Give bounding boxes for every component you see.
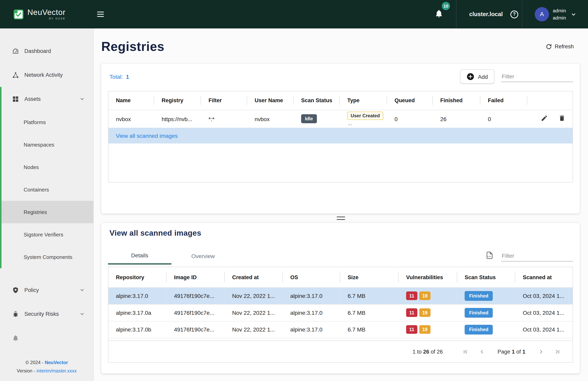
- cell-size: 6.7 MB: [340, 304, 399, 321]
- high-vulns-badge: 11: [406, 325, 418, 334]
- export-csv-button[interactable]: CSV: [485, 250, 494, 261]
- table-scroll-sliver: [108, 338, 572, 341]
- column-header-scanned-at[interactable]: Scanned at: [515, 267, 573, 287]
- sidebar-item-nodes[interactable]: Nodes: [0, 156, 93, 178]
- cell-failed: 0: [480, 110, 527, 128]
- sidebar-item-network-activity[interactable]: Network Activity: [0, 63, 93, 87]
- column-header-registry[interactable]: Registry: [154, 92, 201, 110]
- sidebar-item-namespaces[interactable]: Namespaces: [0, 133, 93, 156]
- registries-filter-input[interactable]: [501, 71, 573, 82]
- sidebar-item-platforms[interactable]: Platforms: [0, 111, 93, 133]
- first-page-button[interactable]: [462, 348, 469, 355]
- sidebar-item-partial[interactable]: [0, 326, 93, 350]
- neuvector-app: NeuVector BY SUSE 10 cluster.local ? A a…: [0, 0, 588, 381]
- cell-scan-status: Finished: [457, 287, 515, 304]
- page-total: 1: [522, 349, 525, 355]
- chevron-down-icon: [80, 97, 84, 101]
- neuvector-link[interactable]: NeuVector: [45, 360, 68, 365]
- sidebar-item-label: Policy: [24, 287, 39, 293]
- sidebar-item-label: Nodes: [24, 164, 39, 170]
- column-header-created-at[interactable]: Created at: [225, 267, 283, 287]
- tab-label: Overview: [191, 253, 215, 259]
- column-header-scan-status[interactable]: Scan Status: [457, 267, 515, 287]
- sidebar-item-label: Network Activity: [24, 72, 63, 78]
- cell-created-at: Nov 22, 2022 1...: [225, 304, 283, 321]
- last-page-button[interactable]: [554, 348, 562, 355]
- brand-name: NeuVector: [27, 8, 66, 16]
- tab-details[interactable]: Details: [108, 247, 171, 265]
- images-header-row: Repository Image ID Created at OS Size V…: [108, 267, 572, 287]
- cell-scan-status: Idle: [294, 110, 340, 128]
- first-page-icon: [462, 349, 468, 355]
- cell-os: alpine:3.17.0: [283, 321, 340, 338]
- range-count: 26: [423, 349, 429, 355]
- sidebar-item-sigstore-verifiers[interactable]: Sigstore Verifiers: [0, 223, 93, 246]
- next-page-button[interactable]: [537, 348, 545, 355]
- refresh-button[interactable]: Refresh: [546, 43, 574, 50]
- sidebar-group-assets: Assets Platforms Namespaces Nodes Contai…: [0, 87, 93, 268]
- view-all-link[interactable]: View all scanned images: [116, 133, 178, 139]
- sidebar-item-assets[interactable]: Assets: [0, 87, 93, 111]
- total-value: 1: [126, 73, 129, 79]
- brand-logo[interactable]: NeuVector BY SUSE: [14, 8, 65, 20]
- user-menu[interactable]: A admin admin: [522, 0, 588, 28]
- sidebar-item-security-risks[interactable]: Security Risks: [0, 302, 93, 326]
- column-header-actions: [527, 92, 573, 110]
- sidebar-item-registries[interactable]: Registries: [0, 201, 93, 223]
- column-header-os[interactable]: OS: [283, 267, 340, 287]
- version-text: Version -: [17, 368, 36, 373]
- registry-row[interactable]: nvbox https://nvb... *:* nvbox Idle User…: [108, 110, 572, 128]
- finished-status-badge: Finished: [464, 308, 493, 318]
- image-row[interactable]: alpine:3.17.0 49176f190c7e... Nov 22, 20…: [108, 287, 572, 304]
- sidebar-item-containers[interactable]: Containers: [0, 178, 93, 201]
- pagination-range: 1 to 26 of 26: [413, 349, 443, 355]
- column-header-type[interactable]: Type: [340, 92, 387, 110]
- notifications-button[interactable]: 10: [433, 8, 445, 21]
- brand-text: NeuVector BY SUSE: [27, 8, 66, 20]
- column-header-user-name[interactable]: User Name: [247, 92, 294, 110]
- images-filter-input[interactable]: [501, 250, 573, 262]
- dashboard-icon: [12, 47, 19, 55]
- column-header-failed[interactable]: Failed: [480, 92, 527, 110]
- column-header-size[interactable]: Size: [340, 267, 399, 287]
- chevron-down-icon: [80, 312, 84, 316]
- sidebar-item-system-components[interactable]: System Components: [0, 246, 93, 268]
- column-header-name[interactable]: Name: [108, 92, 154, 110]
- add-registry-button[interactable]: Add: [460, 69, 494, 84]
- image-row[interactable]: alpine:3.17.0b 49176f190c7e... Nov 22, 2…: [108, 321, 572, 338]
- column-header-image-id[interactable]: Image ID: [167, 267, 225, 287]
- page-header: Registries Refresh: [94, 28, 588, 56]
- sidebar-item-dashboard[interactable]: Dashboard: [0, 39, 93, 63]
- image-row[interactable]: alpine:3.17.0a 49176f190c7e... Nov 22, 2…: [108, 304, 572, 321]
- column-header-vulnerabilities[interactable]: Vulnerabilities: [399, 267, 457, 287]
- version-link[interactable]: interim/master.xxxx: [37, 368, 77, 373]
- menu-toggle-button[interactable]: [96, 10, 105, 19]
- cell-scan-status: Finished: [457, 321, 515, 338]
- tab-overview[interactable]: Overview: [171, 247, 235, 265]
- cell-name: nvbox: [108, 110, 154, 128]
- sidebar-item-policy[interactable]: Policy: [0, 278, 93, 302]
- export-csv-icon: CSV: [486, 251, 494, 259]
- panel-resize-handle[interactable]: [337, 217, 345, 220]
- cell-repository: alpine:3.17.0b: [108, 321, 167, 338]
- medium-vulns-badge: 19: [419, 291, 431, 300]
- total-count: Total:1: [109, 73, 129, 79]
- cluster-name[interactable]: cluster.local: [462, 11, 510, 18]
- cell-scanned-at: Oct 03, 2024 1...: [515, 287, 573, 304]
- column-header-queued[interactable]: Queued: [387, 92, 433, 110]
- delete-icon[interactable]: [558, 115, 566, 122]
- column-header-finished[interactable]: Finished: [433, 92, 480, 110]
- column-header-repository[interactable]: Repository: [108, 267, 167, 287]
- column-header-filter[interactable]: Filter: [201, 92, 247, 110]
- view-all-scanned-images-row[interactable]: View all scanned images: [108, 128, 572, 143]
- cell-registry: https://nvb...: [154, 110, 201, 128]
- user-names: admin admin: [553, 7, 566, 21]
- column-header-scan-status[interactable]: Scan Status: [294, 92, 340, 110]
- copyright-line: © 2024 - NeuVector: [0, 359, 93, 367]
- cluster-section: cluster.local ?: [456, 0, 522, 28]
- edit-icon[interactable]: [541, 115, 548, 122]
- help-icon[interactable]: ?: [510, 10, 518, 18]
- registries-toolbar: Total:1 Add: [101, 64, 580, 88]
- avatar: A: [535, 7, 549, 21]
- previous-page-button[interactable]: [478, 348, 486, 355]
